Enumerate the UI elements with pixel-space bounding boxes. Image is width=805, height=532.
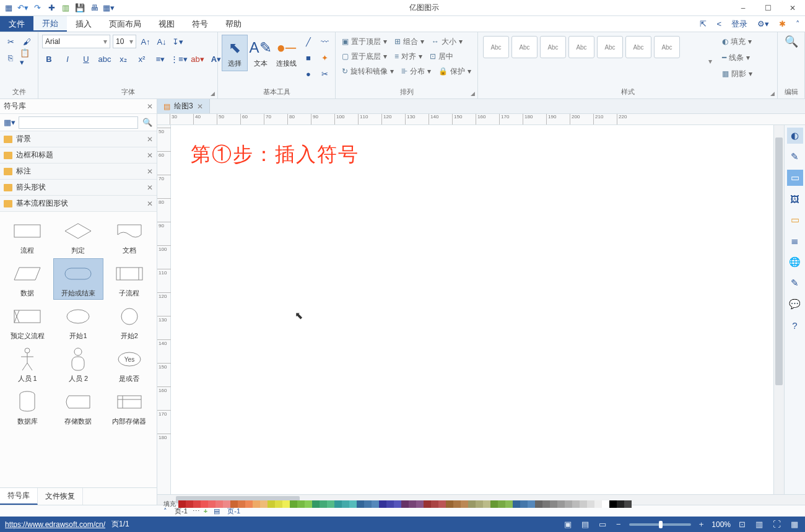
color-swatch[interactable] [587, 500, 594, 508]
print-icon[interactable]: 🖶 [88, 2, 100, 14]
minimize-button[interactable]: – [731, 0, 755, 16]
color-swatch[interactable] [334, 500, 342, 508]
color-swatch[interactable] [416, 500, 424, 508]
arrange-dialog-launcher[interactable]: ◢ [471, 90, 475, 97]
page-list-icon[interactable]: ▤ [211, 507, 222, 515]
subscript-icon[interactable]: x₂ [116, 52, 130, 66]
export-icon[interactable]: ▦▾ [102, 2, 115, 14]
tab-file[interactable]: 文件 [0, 16, 33, 32]
color-swatch[interactable] [624, 500, 632, 508]
view3-icon[interactable]: ▭ [597, 520, 608, 529]
color-swatch[interactable] [357, 500, 364, 508]
color-swatch[interactable] [431, 500, 438, 508]
color-swatch[interactable] [320, 500, 327, 508]
shape-item[interactable]: 文档 [105, 216, 154, 257]
color-swatch[interactable] [401, 500, 409, 508]
sidebar-outline-icon[interactable]: ≣ [787, 233, 803, 249]
shape-item[interactable]: 数据库 [2, 386, 52, 428]
color-swatch[interactable] [476, 500, 483, 508]
sidebar-layer-icon[interactable]: ▭ [787, 212, 803, 228]
tab-shapes[interactable]: 符号库 [0, 488, 38, 505]
shape-item[interactable]: 内部存储器 [105, 386, 154, 428]
format-painter-icon[interactable]: 🖌 [20, 35, 33, 48]
distribute-button[interactable]: ⊪分布▾ [399, 64, 433, 78]
style-preset[interactable]: Abc [625, 36, 651, 58]
color-swatch[interactable] [594, 500, 602, 508]
line-button[interactable]: ━线条▾ [720, 51, 755, 64]
color-swatch[interactable] [535, 500, 542, 508]
sidebar-fill-icon[interactable]: ◐ [787, 128, 803, 144]
sidebar-help-icon[interactable]: ? [787, 317, 803, 333]
redo-icon[interactable]: ↷ [31, 2, 43, 14]
collapse-ribbon-icon[interactable]: ˄ [791, 16, 805, 32]
increase-font-icon[interactable]: A↑ [139, 35, 152, 48]
color-swatch[interactable] [305, 500, 312, 508]
shape-item[interactable]: 预定义流程 [2, 301, 52, 342]
color-swatch[interactable] [364, 500, 372, 508]
color-swatch[interactable] [223, 500, 230, 508]
color-swatch[interactable] [327, 500, 334, 508]
shape-item[interactable]: Yes是或否 [105, 344, 154, 385]
color-swatch[interactable] [260, 500, 268, 508]
color-swatch[interactable] [208, 500, 215, 508]
tab-view[interactable]: 视图 [150, 16, 183, 32]
shape-item[interactable]: 人员 2 [53, 344, 103, 385]
decrease-font-icon[interactable]: A↓ [155, 35, 168, 48]
color-swatch[interactable] [193, 500, 201, 508]
tab-home[interactable]: 开始 [33, 16, 67, 32]
link-icon[interactable]: < [711, 16, 726, 32]
color-swatch[interactable] [275, 500, 282, 508]
share-icon[interactable]: ⇱ [695, 16, 711, 32]
fullscreen-icon[interactable]: ⛶ [771, 520, 783, 529]
color-swatch[interactable] [349, 500, 357, 508]
new-file-icon[interactable]: ✚ [45, 2, 58, 14]
underline-icon[interactable]: U [79, 52, 93, 66]
superscript-icon[interactable]: x² [135, 52, 149, 66]
canvas[interactable]: 第①步：插入符号 ⬉ [171, 125, 773, 494]
color-swatch[interactable] [550, 500, 557, 508]
color-swatch[interactable] [461, 500, 468, 508]
crop-tool-icon[interactable]: ✂ [318, 67, 331, 81]
color-swatch[interactable] [342, 500, 349, 508]
text-direction-icon[interactable]: ↧▾ [171, 35, 185, 48]
shape-item[interactable]: 流程 [2, 216, 52, 257]
settings-icon[interactable]: ⚙▾ [752, 16, 774, 32]
style-gallery-more[interactable]: ▾ [705, 57, 716, 66]
send-back-button[interactable]: ▢置于底层▾ [339, 50, 389, 63]
shapes-category[interactable]: 箭头形状✕ [0, 180, 157, 196]
bring-front-button[interactable]: ▣置于顶层▾ [339, 35, 389, 48]
font-size-select[interactable]: 10▾ [113, 35, 136, 48]
highlight-icon[interactable]: ab▾ [191, 52, 204, 66]
shapes-search-icon[interactable]: 🔍 [141, 116, 154, 129]
star-tool-icon[interactable]: ✦ [318, 51, 331, 64]
shape-item[interactable]: 存储数据 [53, 386, 103, 428]
page-add-icon[interactable]: + [200, 507, 211, 515]
color-swatch[interactable] [312, 500, 320, 508]
style-preset[interactable]: Abc [483, 36, 509, 58]
style-preset[interactable]: Abc [654, 36, 680, 58]
fit-width-icon[interactable]: ▥ [754, 520, 765, 529]
sidebar-rect-icon[interactable]: ▭ [787, 170, 803, 186]
color-swatch[interactable] [290, 500, 297, 508]
scrollbar-vertical[interactable] [773, 125, 784, 494]
fill-button[interactable]: ◐填充▾ [720, 35, 755, 48]
color-swatch[interactable] [394, 500, 401, 508]
login-link[interactable]: 登录 [726, 16, 752, 32]
status-url[interactable]: https://www.edrawsoft.com/cn/ [5, 520, 105, 529]
grid-icon[interactable]: ▦ [789, 520, 800, 529]
shape-item[interactable]: 判定 [53, 216, 103, 257]
rotate-button[interactable]: ↻旋转和镜像▾ [339, 64, 396, 78]
color-swatch[interactable] [178, 500, 186, 508]
maximize-button[interactable]: ☐ [755, 0, 780, 16]
close-button[interactable]: ✕ [780, 0, 805, 16]
line-spacing-icon[interactable]: ≡▾ [154, 52, 167, 66]
style-preset[interactable]: Abc [540, 36, 566, 58]
color-swatch[interactable] [520, 500, 528, 508]
color-swatch[interactable] [580, 500, 587, 508]
strikethrough-icon[interactable]: abc [98, 52, 111, 66]
tab-insert[interactable]: 插入 [67, 16, 100, 32]
shape-item[interactable]: 子流程 [105, 258, 154, 300]
size-button[interactable]: ↔大小▾ [429, 35, 465, 48]
sidebar-image-icon[interactable]: 🖼 [787, 191, 803, 207]
color-swatch[interactable] [379, 500, 386, 508]
